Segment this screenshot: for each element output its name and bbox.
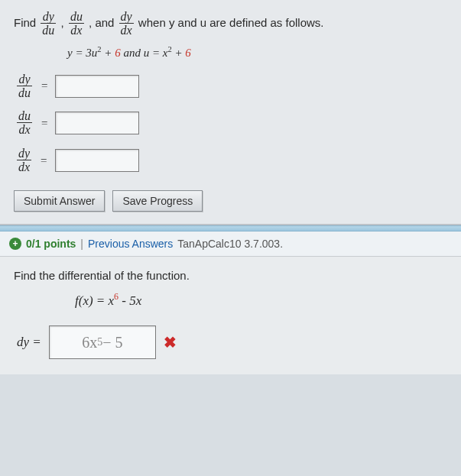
denominator: dx — [17, 160, 31, 174]
q1-definitions: y = 3u2 + 6 and u = x2 + 6 — [14, 45, 447, 60]
y-def-const: 6 — [115, 47, 121, 59]
numerator: dy — [41, 11, 56, 24]
q1-prompt: Find dy du , du dx , and dy dx when y an… — [14, 11, 447, 37]
answer-input-dy-dx[interactable] — [55, 149, 139, 172]
and-text: and — [123, 47, 143, 59]
q2-prompt: Find the differential of the function. — [14, 269, 447, 282]
score-separator: | — [80, 238, 83, 250]
u-def-const: 6 — [185, 47, 191, 59]
separator-bar — [0, 225, 461, 232]
denominator: dx — [119, 24, 134, 37]
button-row: Submit Answer Save Progress — [14, 190, 447, 212]
numerator: dy — [17, 147, 31, 160]
question-2-panel: Find the differential of the function. f… — [0, 257, 461, 374]
question-1-panel: Find dy du , du dx , and dy dx when y an… — [0, 0, 461, 225]
score-bar: + 0/1 points | Previous Answers TanApCal… — [0, 232, 461, 257]
fraction-dy-dx: dy dx — [119, 11, 134, 37]
denominator: dx — [17, 123, 32, 137]
equals-sign: = — [41, 154, 47, 167]
u-def-plus: + — [172, 47, 186, 59]
previous-answers-link[interactable]: Previous Answers — [88, 238, 173, 250]
numerator: dy — [17, 73, 32, 86]
fraction-label: dy dx — [17, 147, 31, 174]
y-def-lead: y = 3u — [67, 47, 97, 59]
denominator: du — [41, 24, 56, 37]
entered-lead: 6x — [82, 334, 97, 351]
assignment-reference: TanApCalc10 3.7.003. — [177, 238, 283, 250]
q2-answer-row: dy = 6x5 − 5 ✖ — [14, 325, 447, 359]
text: when y and u are defined as follows. — [138, 16, 324, 29]
text: Find — [14, 16, 39, 29]
expand-icon[interactable]: + — [9, 238, 21, 250]
answer-row-dy-dx: dy dx = — [14, 147, 447, 174]
text: , and — [89, 16, 118, 29]
answer-input-dy[interactable]: 6x5 − 5 — [49, 325, 156, 359]
numerator: dy — [119, 11, 134, 24]
numerator: du — [69, 11, 84, 24]
y-def-plus: + — [102, 47, 115, 59]
answer-row-du-dx: du dx = — [14, 110, 447, 137]
u-def-lead: u = x — [144, 47, 168, 59]
text: , — [61, 16, 67, 29]
answer-input-dy-du[interactable] — [55, 75, 139, 98]
fraction-dy-du: dy du — [41, 11, 56, 37]
denominator: du — [17, 86, 32, 100]
submit-answer-button[interactable]: Submit Answer — [14, 190, 105, 212]
fraction-du-dx: du dx — [69, 11, 84, 37]
f-lead: f(x) = x — [75, 293, 114, 308]
entered-exp: 5 — [97, 336, 102, 348]
q2-function-def: f(x) = x6 - 5x — [14, 291, 447, 309]
answer-input-du-dx[interactable] — [55, 112, 139, 134]
answer-row-dy-du: dy du = — [14, 73, 447, 100]
entered-tail: − 5 — [102, 334, 122, 351]
wrong-icon: ✖ — [164, 333, 177, 351]
dy-equals: dy = — [17, 335, 41, 350]
f-tail: - 5x — [118, 293, 141, 308]
numerator: du — [17, 110, 32, 123]
fraction-label: dy du — [17, 73, 32, 100]
equals-sign: = — [41, 117, 47, 130]
fraction-label: du dx — [17, 110, 32, 137]
score-points: 0/1 points — [26, 238, 76, 250]
equals-sign: = — [41, 79, 47, 92]
denominator: dx — [69, 24, 84, 37]
save-progress-button[interactable]: Save Progress — [112, 190, 203, 212]
